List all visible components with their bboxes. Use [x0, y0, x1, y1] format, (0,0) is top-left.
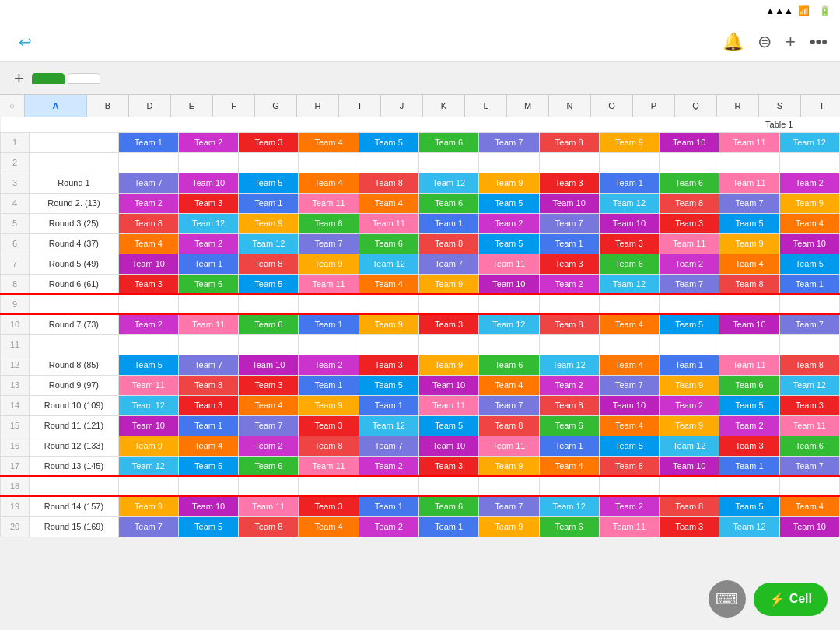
team-cell[interactable]: Team 5	[719, 496, 779, 516]
team-cell[interactable]: Team 12	[599, 193, 659, 213]
team-cell[interactable]: Team 9	[779, 193, 839, 213]
spreadsheet-area[interactable]: Table 11Team 1Team 2Team 3Team 4Team 5Te…	[0, 117, 840, 630]
team-cell[interactable]: Team 11	[719, 132, 779, 152]
team-cell[interactable]: Team 1	[419, 213, 479, 233]
team-cell[interactable]	[118, 294, 178, 314]
team-cell[interactable]: Team 9	[419, 274, 479, 294]
team-cell[interactable]: Team 2	[779, 173, 839, 193]
team-cell[interactable]: Team 1	[239, 193, 299, 213]
round-label[interactable]: Round 2. (13)	[30, 193, 118, 213]
team-cell[interactable]: Team 7	[359, 436, 418, 456]
team-cell[interactable]: Team 10	[178, 496, 238, 516]
team-cell[interactable]	[239, 334, 299, 355]
team-cell[interactable]	[719, 152, 779, 173]
team-cell[interactable]: Team 5	[239, 274, 299, 294]
team-cell[interactable]: Team 8	[178, 375, 238, 395]
team-cell[interactable]: Team 7	[660, 274, 719, 294]
team-cell[interactable]: Team 5	[479, 233, 539, 254]
col-header-B[interactable]: B	[87, 95, 129, 117]
team-cell[interactable]: Team 4	[359, 193, 418, 213]
team-cell[interactable]	[660, 476, 719, 496]
team-cell[interactable]	[239, 476, 299, 496]
team-cell[interactable]: Team 6	[539, 516, 599, 537]
team-cell[interactable]	[479, 294, 539, 314]
team-cell[interactable]: Team 2	[118, 314, 178, 334]
team-cell[interactable]	[239, 294, 299, 314]
team-cell[interactable]	[599, 476, 659, 496]
team-cell[interactable]: Team 8	[239, 516, 299, 537]
team-cell[interactable]: Team 1	[539, 233, 599, 254]
team-cell[interactable]: Team 11	[479, 436, 539, 456]
team-cell[interactable]: Team 4	[178, 436, 238, 456]
team-cell[interactable]: Team 12	[539, 496, 599, 516]
team-cell[interactable]	[479, 334, 539, 355]
team-cell[interactable]: Team 6	[419, 496, 479, 516]
team-cell[interactable]: Team 8	[359, 173, 418, 193]
team-cell[interactable]	[539, 334, 599, 355]
team-cell[interactable]: Team 4	[299, 132, 359, 152]
team-cell[interactable]: Team 2	[599, 496, 659, 516]
col-header-M[interactable]: M	[507, 95, 549, 117]
team-cell[interactable]: Team 9	[118, 436, 178, 456]
round-label[interactable]: Round 4 (37)	[30, 233, 118, 254]
team-cell[interactable]: Team 1	[359, 395, 418, 415]
team-cell[interactable]	[660, 152, 719, 173]
team-cell[interactable]	[599, 152, 659, 173]
round-label[interactable]: Round 3 (25)	[30, 213, 118, 233]
team-cell[interactable]	[779, 294, 839, 314]
team-cell[interactable]: Team 3	[660, 516, 719, 537]
team-cell[interactable]: Team 2	[178, 132, 238, 152]
team-cell[interactable]: Team 4	[599, 314, 659, 334]
team-cell[interactable]: Team 4	[719, 254, 779, 274]
more-icon[interactable]: •••	[810, 32, 828, 52]
team-cell[interactable]: Team 2	[660, 395, 719, 415]
team-cell[interactable]: Team 10	[118, 415, 178, 436]
team-cell[interactable]: Team 7	[178, 355, 238, 375]
team-cell[interactable]: Team 2	[479, 213, 539, 233]
team-cell[interactable]	[660, 334, 719, 355]
team-cell[interactable]	[359, 334, 418, 355]
round-label[interactable]: Round 13 (145)	[30, 456, 118, 476]
team-cell[interactable]: Team 8	[779, 355, 839, 375]
team-cell[interactable]: Team 6	[419, 132, 479, 152]
team-cell[interactable]: Team 7	[539, 213, 599, 233]
round-label[interactable]: Round 12 (133)	[30, 436, 118, 456]
team-cell[interactable]: Team 11	[599, 516, 659, 537]
team-cell[interactable]	[118, 152, 178, 173]
team-cell[interactable]: Team 2	[539, 274, 599, 294]
team-cell[interactable]: Team 6	[239, 314, 299, 334]
team-cell[interactable]	[719, 294, 779, 314]
round-label[interactable]	[30, 132, 118, 152]
team-cell[interactable]: Team 8	[539, 132, 599, 152]
team-cell[interactable]: Team 11	[299, 193, 359, 213]
team-cell[interactable]: Team 5	[359, 132, 418, 152]
team-cell[interactable]: Team 9	[359, 314, 418, 334]
team-cell[interactable]: Team 9	[660, 415, 719, 436]
team-cell[interactable]: Team 6	[178, 274, 238, 294]
team-cell[interactable]: Team 5	[719, 213, 779, 233]
team-cell[interactable]: Team 9	[599, 132, 659, 152]
round-label[interactable]: Round 7 (73)	[30, 314, 118, 334]
team-cell[interactable]: Team 1	[178, 254, 238, 274]
team-cell[interactable]: Team 3	[118, 274, 178, 294]
col-header-A[interactable]: A	[25, 95, 87, 117]
team-cell[interactable]: Team 11	[178, 314, 238, 334]
team-cell[interactable]: Team 10	[660, 132, 719, 152]
team-cell[interactable]: Team 1	[359, 496, 418, 516]
sheet2-tab[interactable]	[68, 73, 100, 84]
team-cell[interactable]: Team 11	[419, 395, 479, 415]
team-cell[interactable]: Team 9	[239, 213, 299, 233]
team-cell[interactable]: Team 8	[599, 456, 659, 476]
col-header-F[interactable]: F	[213, 95, 255, 117]
team-cell[interactable]: Team 7	[479, 395, 539, 415]
team-cell[interactable]: Team 9	[299, 395, 359, 415]
team-cell[interactable]: Team 5	[359, 375, 418, 395]
col-header-E[interactable]: E	[171, 95, 213, 117]
team-cell[interactable]: Team 5	[178, 456, 238, 476]
team-cell[interactable]	[178, 476, 238, 496]
team-cell[interactable]: Team 10	[599, 213, 659, 233]
team-cell[interactable]: Team 2	[539, 375, 599, 395]
team-cell[interactable]: Team 8	[479, 415, 539, 436]
team-cell[interactable]: Team 2	[118, 193, 178, 213]
team-cell[interactable]: Team 2	[239, 436, 299, 456]
